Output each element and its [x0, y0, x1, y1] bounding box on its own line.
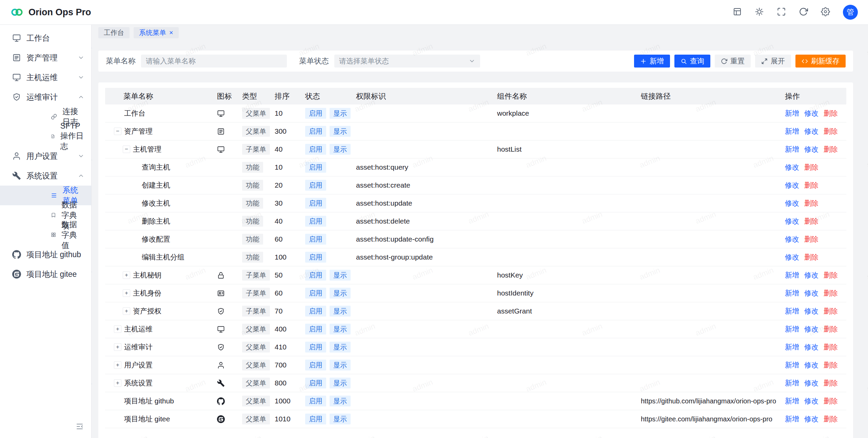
code-icon — [802, 58, 808, 64]
expand-toggle-icon[interactable]: + — [114, 325, 121, 333]
edit-link[interactable]: 修改 — [785, 252, 799, 262]
delete-link[interactable]: 删除 — [824, 288, 838, 298]
edit-link[interactable]: 修改 — [804, 360, 818, 370]
expand-button[interactable]: 展开 — [755, 55, 791, 68]
add-link[interactable]: 新增 — [785, 414, 799, 424]
add-button[interactable]: 新增 — [634, 55, 670, 68]
status-enabled-badge: 启用 — [305, 162, 326, 173]
collapse-toggle-icon[interactable]: − — [114, 128, 121, 135]
header-refresh-button[interactable] — [799, 7, 808, 18]
reset-button[interactable]: 重置 — [715, 55, 751, 68]
edit-link[interactable]: 修改 — [804, 145, 818, 154]
add-link[interactable]: 新增 — [785, 127, 799, 136]
delete-link[interactable]: 删除 — [824, 342, 838, 352]
search-button[interactable]: 查询 — [674, 55, 710, 68]
delete-link[interactable]: 删除 — [804, 180, 818, 190]
type-badge: 父菜单 — [242, 396, 270, 406]
delete-link[interactable]: 删除 — [824, 127, 838, 136]
add-link[interactable]: 新增 — [785, 288, 799, 298]
link-path-cell — [641, 194, 785, 212]
delete-link[interactable]: 删除 — [804, 216, 818, 226]
sidebar-item[interactable]: 系统设置 — [0, 166, 91, 186]
user-avatar[interactable]: 管 — [843, 5, 858, 20]
tab-item[interactable]: 工作台 — [98, 27, 130, 38]
edit-link[interactable]: 修改 — [804, 378, 818, 388]
expand-toggle-icon[interactable]: + — [114, 343, 121, 351]
refresh-cache-button[interactable]: 刷新缓存 — [795, 55, 846, 68]
edit-link[interactable]: 修改 — [804, 342, 818, 352]
sidebar-subitem[interactable]: SFTP 操作日志 — [0, 127, 91, 146]
edit-link[interactable]: 修改 — [785, 163, 799, 172]
add-link[interactable]: 新增 — [785, 109, 799, 118]
status-cell: 启用 — [305, 248, 356, 266]
type-badge: 父菜单 — [242, 342, 270, 353]
edit-link[interactable]: 修改 — [804, 288, 818, 298]
add-link[interactable]: 新增 — [785, 342, 799, 352]
header-sun-button[interactable] — [755, 7, 764, 18]
delete-link[interactable]: 删除 — [824, 145, 838, 154]
edit-link[interactable]: 修改 — [785, 234, 799, 244]
menu-status-select[interactable]: 请选择菜单状态 — [334, 55, 480, 68]
close-icon[interactable]: × — [169, 29, 173, 36]
delete-link[interactable]: 删除 — [824, 306, 838, 316]
delete-link[interactable]: 删除 — [824, 396, 838, 406]
app-root: Orion Ops Pro 管 工作台资产管理主机运维运维审计连接日志SFTP … — [0, 0, 868, 438]
sidebar-item[interactable]: 主机运维 — [0, 68, 91, 87]
type-badge: 功能 — [242, 216, 263, 227]
delete-link[interactable]: 删除 — [824, 270, 838, 280]
add-link[interactable]: 新增 — [785, 145, 799, 154]
delete-link[interactable]: 删除 — [824, 414, 838, 424]
sort-value: 800 — [275, 379, 287, 387]
add-link[interactable]: 新增 — [785, 396, 799, 406]
sidebar-menu: 工作台资产管理主机运维运维审计连接日志SFTP 操作日志用户设置系统设置系统菜单… — [0, 28, 91, 284]
menu-type-cell: 功能 — [242, 248, 275, 266]
sidebar-collapse-button[interactable] — [76, 422, 86, 433]
delete-link[interactable]: 删除 — [824, 324, 838, 334]
edit-link[interactable]: 修改 — [785, 198, 799, 208]
tab-active[interactable]: 系统菜单× — [134, 27, 179, 38]
expand-toggle-icon[interactable]: + — [114, 379, 121, 387]
delete-link[interactable]: 删除 — [804, 252, 818, 262]
expand-toggle-icon[interactable]: + — [123, 289, 130, 297]
expand-toggle-icon[interactable]: + — [123, 307, 130, 315]
header-fullscreen-button[interactable] — [777, 7, 786, 18]
add-link[interactable]: 新增 — [785, 324, 799, 334]
edit-link[interactable]: 修改 — [804, 324, 818, 334]
expand-toggle-icon[interactable]: + — [114, 361, 121, 369]
header-gear-button[interactable] — [821, 7, 830, 18]
actions-cell: 修改删除 — [785, 194, 846, 212]
menu-name-cell: 编辑主机分组 — [105, 248, 217, 266]
delete-link[interactable]: 删除 — [804, 198, 818, 208]
menu-name-input[interactable] — [141, 55, 287, 68]
header-panel-button[interactable] — [733, 7, 742, 18]
sidebar-subitem[interactable]: 数据字典值 — [0, 225, 91, 245]
table-row: +主机运维父菜单400启用显示新增修改删除 — [105, 320, 846, 338]
expand-toggle-icon[interactable]: + — [123, 271, 130, 279]
add-link[interactable]: 新增 — [785, 306, 799, 316]
collapse-toggle-icon[interactable]: − — [123, 146, 130, 153]
edit-link[interactable]: 修改 — [804, 127, 818, 136]
sidebar-item[interactable]: 工作台 — [0, 28, 91, 48]
edit-link[interactable]: 修改 — [804, 306, 818, 316]
component-cell — [497, 356, 641, 374]
delete-link[interactable]: 删除 — [804, 163, 818, 172]
sidebar-item[interactable]: 运维审计 — [0, 87, 91, 107]
component-cell: workplace — [497, 104, 641, 122]
delete-link[interactable]: 删除 — [824, 109, 838, 118]
add-link[interactable]: 新增 — [785, 270, 799, 280]
edit-link[interactable]: 修改 — [804, 109, 818, 118]
add-link[interactable]: 新增 — [785, 360, 799, 370]
sidebar-item[interactable]: 资产管理 — [0, 48, 91, 68]
actions-cell: 新增修改删除 — [785, 356, 846, 374]
delete-link[interactable]: 删除 — [824, 378, 838, 388]
edit-link[interactable]: 修改 — [804, 396, 818, 406]
sidebar-item[interactable]: 项目地址 gitee — [0, 264, 91, 284]
edit-link[interactable]: 修改 — [804, 414, 818, 424]
edit-link[interactable]: 修改 — [785, 216, 799, 226]
delete-link[interactable]: 删除 — [824, 360, 838, 370]
edit-link[interactable]: 修改 — [785, 180, 799, 190]
delete-link[interactable]: 删除 — [804, 234, 818, 244]
add-link[interactable]: 新增 — [785, 378, 799, 388]
menu-name-cell: +运维审计 — [105, 338, 217, 356]
edit-link[interactable]: 修改 — [804, 270, 818, 280]
